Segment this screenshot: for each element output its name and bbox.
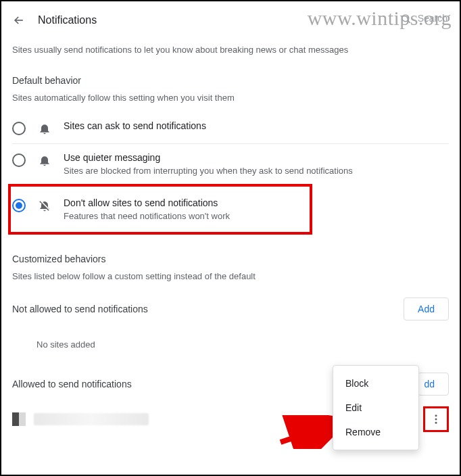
option-ask[interactable]: Sites can ask to send notifications <box>12 112 449 143</box>
back-button[interactable] <box>12 14 26 27</box>
svg-point-3 <box>435 419 437 421</box>
customized-subtitle: Sites listed below follow a custom setti… <box>12 271 449 281</box>
radio-quieter[interactable] <box>12 153 26 167</box>
option-quieter-sub: Sites are blocked from interrupting you … <box>64 166 353 176</box>
bell-icon <box>38 122 51 135</box>
option-block-sub: Features that need notifications won't w… <box>64 211 230 221</box>
menu-edit[interactable]: Edit <box>333 396 418 420</box>
option-quieter-label: Use quieter messaging <box>64 152 353 163</box>
svg-point-4 <box>435 422 437 424</box>
allowed-add-button[interactable]: dd <box>418 373 449 396</box>
bell-off-icon <box>38 199 51 212</box>
svg-point-2 <box>435 414 437 416</box>
arrow-left-icon <box>12 14 26 27</box>
more-vert-icon <box>430 413 442 425</box>
customized-title: Customized behaviors <box>12 254 449 264</box>
bell-icon <box>38 153 51 167</box>
svg-point-0 <box>402 14 409 21</box>
site-actions-button[interactable] <box>427 410 445 429</box>
search-icon <box>400 12 412 24</box>
site-favicon <box>12 412 26 426</box>
default-behavior-options: Sites can ask to send notifications Use … <box>12 112 449 235</box>
radio-ask[interactable] <box>12 122 26 135</box>
menu-remove[interactable]: Remove <box>333 420 418 444</box>
option-ask-label: Sites can ask to send notifications <box>64 120 206 131</box>
intro-text: Sites usually send notifications to let … <box>12 45 449 55</box>
allowed-title: Allowed to send notifications <box>12 379 132 389</box>
highlight-kebab-box <box>423 406 449 432</box>
not-allowed-title: Not allowed to send notifications <box>12 304 148 314</box>
option-block[interactable]: Don't allow sites to send notifications … <box>12 189 310 229</box>
search-area[interactable]: Search <box>400 12 447 24</box>
default-behavior-subtitle: Sites automatically follow this setting … <box>12 93 449 103</box>
not-allowed-add-button[interactable]: Add <box>404 298 449 320</box>
search-placeholder: Search <box>418 13 447 24</box>
radio-block[interactable] <box>12 199 26 212</box>
option-quieter[interactable]: Use quieter messaging Sites are blocked … <box>12 143 449 184</box>
default-behavior-title: Default behavior <box>12 75 449 86</box>
option-block-label: Don't allow sites to send notifications <box>64 197 230 208</box>
svg-line-1 <box>408 20 410 22</box>
header: Notifications <box>12 1 449 39</box>
highlight-box: Don't allow sites to send notifications … <box>8 184 312 235</box>
menu-block[interactable]: Block <box>333 371 418 396</box>
page-title: Notifications <box>38 14 97 26</box>
not-allowed-empty: No sites added <box>12 325 449 356</box>
context-menu: Block Edit Remove <box>333 365 419 450</box>
site-name-obscured <box>34 413 149 425</box>
